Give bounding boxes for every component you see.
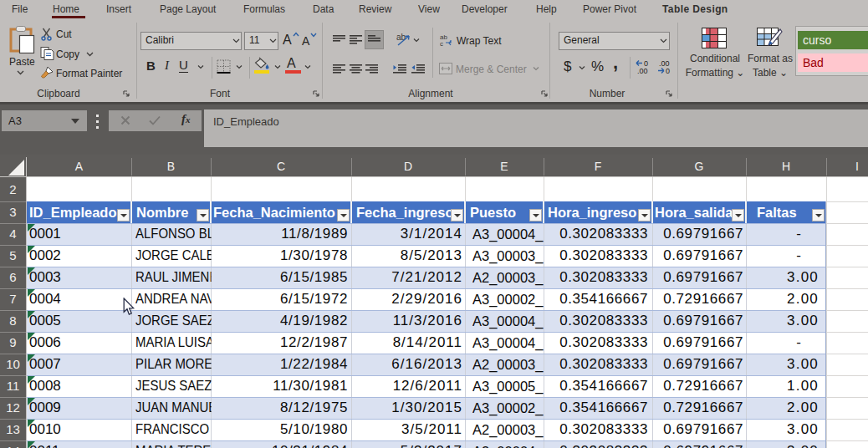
svg-text:ab: ab: [396, 33, 406, 42]
svg-text:c: c: [440, 40, 443, 47]
svg-text:0: 0: [666, 67, 670, 74]
svg-text:.00: .00: [637, 67, 648, 74]
